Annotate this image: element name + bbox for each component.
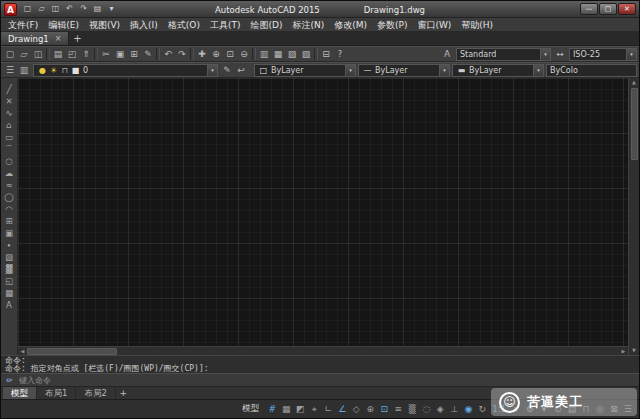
layer-properties-icon[interactable]: ☰ bbox=[3, 64, 17, 77]
layer-states-icon[interactable]: ▥ bbox=[17, 64, 31, 77]
linetype-combo[interactable]: — ByLayer ▾ bbox=[358, 64, 450, 77]
plot-style-combo[interactable]: ByColo bbox=[546, 64, 637, 77]
dim-style-combo[interactable]: ISO-25 ▾ bbox=[569, 48, 637, 61]
quickcalc-icon[interactable]: ⊟ bbox=[319, 48, 333, 61]
combo-arrow-icon[interactable]: ▾ bbox=[533, 65, 543, 76]
menu-insert[interactable]: 插入(I) bbox=[125, 18, 163, 32]
tab-close-icon[interactable]: × bbox=[55, 34, 62, 43]
isodraft-icon[interactable]: ◇ bbox=[349, 402, 363, 417]
menu-parametric[interactable]: 参数(P) bbox=[372, 18, 412, 32]
new-tab-button[interactable]: + bbox=[69, 32, 85, 45]
make-layer-current-icon[interactable]: ✎ bbox=[220, 64, 234, 77]
zoom-realtime-icon[interactable]: ⊕ bbox=[209, 48, 223, 61]
paste-icon[interactable]: ⊞ bbox=[127, 48, 141, 61]
horizontal-scrollbar[interactable]: ◀ ▶ bbox=[18, 346, 628, 355]
qnew-icon[interactable]: ▢ bbox=[21, 3, 34, 15]
save-icon[interactable]: ◫ bbox=[31, 48, 45, 61]
open-icon[interactable]: ▱ bbox=[35, 3, 48, 15]
color-combo[interactable]: □ ByLayer ▾ bbox=[254, 64, 356, 77]
menu-format[interactable]: 格式(O) bbox=[163, 18, 205, 32]
lineweight-combo[interactable]: ▬ ByLayer ▾ bbox=[452, 64, 544, 77]
3d-osnap-icon[interactable]: ◈ bbox=[433, 402, 447, 417]
model-space-toggle[interactable]: 模型 bbox=[236, 403, 265, 415]
revision-cloud-icon[interactable]: ☁ bbox=[2, 167, 17, 179]
command-history[interactable]: 命令: 命令: 指定对角点或 [栏选(F)/圈围(WP)/圈交(CP)]: bbox=[1, 355, 639, 373]
minimize-button[interactable]: — bbox=[580, 3, 598, 15]
zoom-window-icon[interactable]: ⊡ bbox=[223, 48, 237, 61]
new-layout-button[interactable]: + bbox=[116, 387, 131, 399]
combo-arrow-icon[interactable]: ▾ bbox=[439, 65, 449, 76]
ellipse-arc-icon[interactable]: ◠ bbox=[2, 203, 17, 215]
file-tab-drawing1[interactable]: Drawing1 × bbox=[1, 32, 69, 45]
scroll-up-icon[interactable]: ▲ bbox=[629, 78, 640, 87]
ortho-icon[interactable]: ∟ bbox=[321, 402, 335, 417]
undo-icon[interactable]: ↶ bbox=[63, 3, 76, 15]
mtext-icon[interactable]: A bbox=[2, 299, 17, 311]
vertical-scrollbar[interactable]: ▲ ▼ bbox=[628, 78, 639, 355]
grid-icon[interactable]: # bbox=[265, 402, 279, 417]
point-icon[interactable]: ∙ bbox=[2, 239, 17, 251]
ellipse-icon[interactable]: ◯ bbox=[2, 191, 17, 203]
cut-icon[interactable]: ✂ bbox=[99, 48, 113, 61]
properties-icon[interactable]: ▥ bbox=[257, 48, 271, 61]
selection-cycling-icon[interactable]: ◌ bbox=[419, 402, 433, 417]
text-style-icon[interactable]: A bbox=[440, 48, 454, 61]
combo-arrow-icon[interactable]: ▾ bbox=[345, 65, 355, 76]
layout-tab-layout1[interactable]: 布局1 bbox=[37, 387, 76, 400]
region-icon[interactable]: ◱ bbox=[2, 275, 17, 287]
designcenter-icon[interactable]: ▦ bbox=[271, 48, 285, 61]
vertical-scroll-thumb[interactable] bbox=[631, 88, 638, 160]
match-properties-icon[interactable]: ✎ bbox=[141, 48, 155, 61]
open-icon[interactable]: ▱ bbox=[17, 48, 31, 61]
arc-icon[interactable]: ⌒ bbox=[2, 143, 17, 155]
combo-arrow-icon[interactable]: ▾ bbox=[540, 49, 550, 60]
snap-icon[interactable]: ▦ bbox=[279, 402, 293, 417]
maximize-button[interactable]: ▢ bbox=[599, 3, 617, 15]
layer-combo[interactable]: ●☀⊓■ 0 ▾ bbox=[33, 64, 218, 77]
save-icon[interactable]: ◫ bbox=[49, 3, 62, 15]
autoscale-icon[interactable]: ↻ bbox=[475, 402, 489, 417]
copy-icon[interactable]: ▣ bbox=[113, 48, 127, 61]
menu-window[interactable]: 窗口(W) bbox=[412, 18, 456, 32]
command-input[interactable] bbox=[19, 376, 639, 385]
dim-style-icon[interactable]: ↔ bbox=[553, 48, 567, 61]
menu-draw[interactable]: 绘图(D) bbox=[245, 18, 287, 32]
help-icon[interactable]: ? bbox=[333, 48, 347, 61]
infer-constraints-icon[interactable]: ◩ bbox=[293, 402, 307, 417]
polar-tracking-icon[interactable]: ∠ bbox=[335, 402, 349, 417]
hatch-icon[interactable]: ▨ bbox=[2, 251, 17, 263]
menu-tools[interactable]: 工具(T) bbox=[205, 18, 246, 32]
horizontal-scroll-thumb[interactable] bbox=[27, 348, 117, 355]
menu-file[interactable]: 文件(F) bbox=[3, 18, 43, 32]
layout-tab-layout2[interactable]: 布局2 bbox=[76, 387, 115, 400]
menu-dimension[interactable]: 标注(N) bbox=[287, 18, 329, 32]
combo-arrow-icon[interactable]: ▾ bbox=[207, 65, 217, 76]
polyline-icon[interactable]: ∿ bbox=[2, 107, 17, 119]
osnap-icon[interactable]: ⊡ bbox=[377, 402, 391, 417]
transparency-icon[interactable]: ▒ bbox=[405, 402, 419, 417]
drawing-canvas[interactable] bbox=[18, 78, 628, 346]
zoom-previous-icon[interactable]: ⊖ bbox=[237, 48, 251, 61]
sheet-set-manager-icon[interactable]: ▧ bbox=[299, 48, 313, 61]
publish-icon[interactable]: ⇑ bbox=[79, 48, 93, 61]
menu-edit[interactable]: 编辑(E) bbox=[43, 18, 84, 32]
dynamic-input-icon[interactable]: ⌖ bbox=[307, 402, 321, 417]
qat-dropdown-icon[interactable]: ▾ bbox=[105, 3, 118, 15]
redo-icon[interactable]: ↷ bbox=[175, 48, 189, 61]
plot-preview-icon[interactable]: ◰ bbox=[65, 48, 79, 61]
otrack-icon[interactable]: ⊕ bbox=[363, 402, 377, 417]
rectangle-icon[interactable]: ▭ bbox=[2, 131, 17, 143]
menu-view[interactable]: 视图(V) bbox=[84, 18, 125, 32]
insert-block-icon[interactable]: ⊞ bbox=[2, 215, 17, 227]
plot-icon[interactable]: ▤ bbox=[91, 3, 104, 15]
close-button[interactable]: ✕ bbox=[618, 3, 636, 15]
undo-icon[interactable]: ↶ bbox=[161, 48, 175, 61]
menu-modify[interactable]: 修改(M) bbox=[329, 18, 372, 32]
layer-previous-icon[interactable]: ↩ bbox=[234, 64, 248, 77]
redo-icon[interactable]: ↷ bbox=[77, 3, 90, 15]
pan-icon[interactable]: ✚ bbox=[195, 48, 209, 61]
autocad-logo-icon[interactable]: A bbox=[4, 3, 17, 16]
layout-tab-model[interactable]: 模型 bbox=[3, 387, 37, 400]
table-icon[interactable]: ▦ bbox=[2, 287, 17, 299]
circle-icon[interactable]: ○ bbox=[2, 155, 17, 167]
